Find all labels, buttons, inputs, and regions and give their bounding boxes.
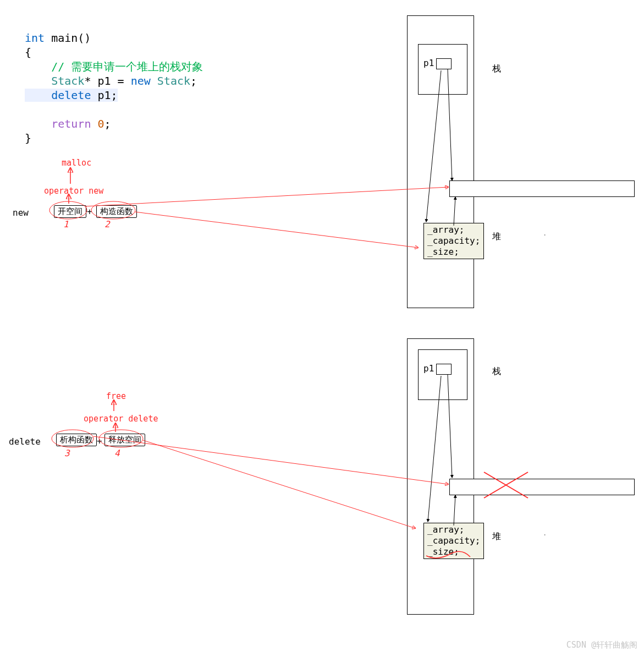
code-block: int main() { // 需要申请一个堆上的栈对象 Stack* p1 =…	[25, 17, 203, 145]
kw-new: new	[131, 74, 151, 87]
p1-pointer-2: p1	[423, 363, 452, 375]
field-size: _size;	[427, 247, 480, 258]
array-block-1	[449, 180, 635, 197]
svg-line-4	[135, 212, 418, 248]
field-size-2: _size;	[427, 546, 480, 557]
plus-1: +	[87, 206, 92, 217]
svg-line-3	[85, 187, 448, 206]
stack-frame-1	[418, 44, 467, 95]
num-zero: 0	[97, 117, 104, 130]
svg-line-12	[93, 436, 448, 484]
heap-object-1: _array; _capacity; _size;	[423, 223, 484, 259]
heap-label-1: 堆	[492, 231, 501, 243]
field-capacity-2: _capacity;	[427, 535, 480, 546]
field-array-2: _array;	[427, 524, 480, 535]
hand-number-1: 1	[63, 219, 69, 229]
dot-icon: ·	[543, 231, 547, 239]
label-opnew: operator new	[44, 186, 103, 196]
kw-return: return	[51, 117, 91, 130]
stack-frame-2	[418, 349, 467, 400]
hand-number-4: 4	[114, 448, 120, 458]
p1-pointer-1: p1	[423, 58, 452, 69]
chip-ctor: 构造函数	[96, 205, 137, 218]
stack-label-2: 栈	[492, 366, 501, 377]
label-opdelete: operator delete	[84, 414, 158, 424]
chip-dtor: 析构函数	[56, 434, 97, 446]
dot-icon-2: ·	[543, 531, 547, 539]
p1-cell-icon-2	[436, 364, 452, 375]
label-malloc: malloc	[62, 158, 91, 168]
field-capacity: _capacity;	[427, 236, 480, 247]
heap-object-2: _array; _capacity; _size;	[423, 523, 484, 559]
watermark: CSDN @轩轩曲觞阁	[566, 640, 637, 650]
hand-number-3: 3	[64, 448, 70, 458]
field-array: _array;	[427, 225, 480, 236]
label-new: new	[13, 207, 29, 218]
label-delete: delete	[9, 436, 41, 447]
heap-label-2: 堆	[492, 531, 501, 543]
kw-delete: delete	[51, 89, 91, 102]
hand-number-2: 2	[104, 219, 110, 229]
stack-label-1: 栈	[492, 63, 501, 75]
array-block-2	[449, 479, 635, 495]
plus-2: +	[97, 436, 102, 446]
p1-cell-icon	[436, 58, 452, 69]
comment: // 需要申请一个堆上的栈对象	[25, 60, 203, 73]
svg-line-13	[143, 440, 415, 528]
type-stack: Stack	[51, 74, 84, 87]
chip-release: 释放空间	[104, 434, 145, 446]
label-free: free	[106, 391, 126, 401]
kw-int: int	[25, 31, 45, 45]
chip-alloc: 开空间	[54, 205, 86, 218]
